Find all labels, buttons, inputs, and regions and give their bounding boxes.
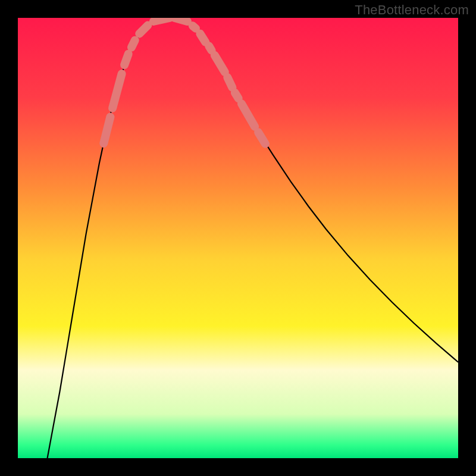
bottom-capsules-segment [174, 18, 187, 21]
gradient-background [18, 18, 458, 458]
plot-area [18, 18, 458, 458]
bottom-capsules-segment [154, 18, 170, 21]
left-capsules-segment [139, 26, 148, 34]
right-capsules-segment [200, 34, 205, 42]
chart-svg [18, 18, 458, 458]
bottom-capsules-segment [193, 26, 196, 28]
chart-frame: TheBottleneck.com [0, 0, 476, 476]
right-capsules-segment [209, 46, 211, 50]
left-capsules-segment [131, 40, 135, 48]
left-capsules-segment [124, 54, 129, 65]
watermark-text: TheBottleneck.com [355, 2, 469, 18]
right-capsules-segment [235, 93, 239, 99]
right-capsules-segment [227, 77, 232, 87]
